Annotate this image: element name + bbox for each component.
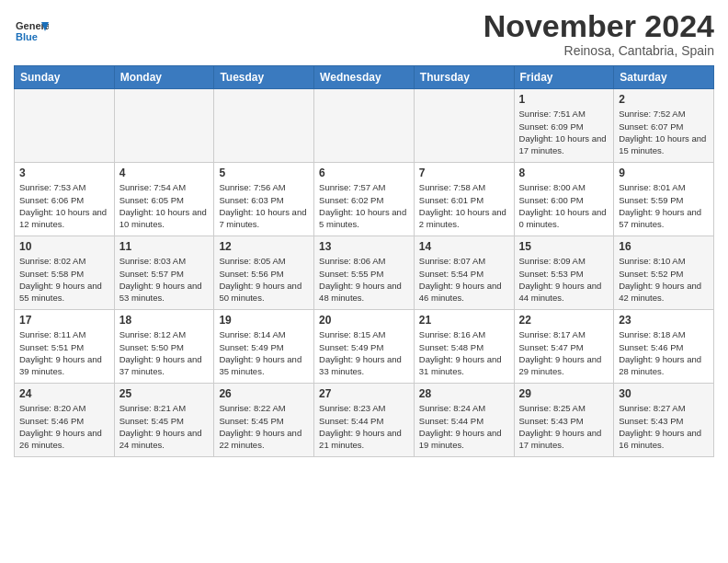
day-cell-20: 20Sunrise: 8:15 AMSunset: 5:49 PMDayligh… — [314, 310, 415, 384]
day-number: 27 — [319, 387, 409, 400]
day-number: 12 — [219, 240, 309, 253]
empty-cell — [414, 89, 514, 163]
day-info: Sunrise: 8:11 AMSunset: 5:51 PMDaylight:… — [19, 328, 109, 377]
day-cell-18: 18Sunrise: 8:12 AMSunset: 5:50 PMDayligh… — [114, 310, 214, 384]
day-number: 18 — [119, 314, 210, 327]
week-row-3: 10Sunrise: 8:02 AMSunset: 5:58 PMDayligh… — [15, 236, 714, 310]
day-info: Sunrise: 7:56 AMSunset: 6:03 PMDaylight:… — [219, 181, 309, 230]
day-number: 26 — [219, 387, 309, 400]
day-cell-1: 1Sunrise: 7:51 AMSunset: 6:09 PMDaylight… — [514, 89, 614, 163]
weekday-header-thursday: Thursday — [414, 66, 514, 89]
day-info: Sunrise: 8:21 AMSunset: 5:45 PMDaylight:… — [119, 402, 210, 451]
day-info: Sunrise: 8:15 AMSunset: 5:49 PMDaylight:… — [319, 328, 409, 377]
day-info: Sunrise: 7:51 AMSunset: 6:09 PMDaylight:… — [519, 108, 609, 156]
day-info: Sunrise: 8:10 AMSunset: 5:52 PMDaylight:… — [619, 255, 709, 304]
day-info: Sunrise: 8:05 AMSunset: 5:56 PMDaylight:… — [219, 255, 309, 304]
day-cell-27: 27Sunrise: 8:23 AMSunset: 5:44 PMDayligh… — [314, 384, 415, 457]
day-cell-30: 30Sunrise: 8:27 AMSunset: 5:43 PMDayligh… — [614, 384, 714, 457]
day-info: Sunrise: 7:58 AMSunset: 6:01 PMDaylight:… — [419, 181, 509, 230]
day-number: 25 — [119, 387, 210, 400]
day-info: Sunrise: 8:14 AMSunset: 5:49 PMDaylight:… — [219, 328, 309, 377]
day-info: Sunrise: 8:27 AMSunset: 5:43 PMDaylight:… — [619, 402, 709, 451]
day-cell-4: 4Sunrise: 7:54 AMSunset: 6:05 PMDaylight… — [114, 163, 214, 236]
svg-text:Blue: Blue — [16, 31, 38, 42]
empty-cell — [15, 89, 115, 163]
day-info: Sunrise: 8:03 AMSunset: 5:57 PMDaylight:… — [119, 255, 210, 304]
day-cell-28: 28Sunrise: 8:24 AMSunset: 5:44 PMDayligh… — [414, 384, 514, 457]
day-info: Sunrise: 7:57 AMSunset: 6:02 PMDaylight:… — [319, 181, 409, 230]
day-info: Sunrise: 8:23 AMSunset: 5:44 PMDaylight:… — [319, 402, 409, 451]
day-cell-24: 24Sunrise: 8:20 AMSunset: 5:46 PMDayligh… — [15, 384, 115, 457]
title-block: November 2024 Reinosa, Cantabria, Spain — [483, 9, 714, 58]
day-number: 7 — [419, 167, 509, 179]
day-cell-29: 29Sunrise: 8:25 AMSunset: 5:43 PMDayligh… — [514, 384, 614, 457]
day-info: Sunrise: 8:12 AMSunset: 5:50 PMDaylight:… — [119, 328, 210, 377]
day-number: 2 — [619, 93, 709, 106]
header: General Blue November 2024 Reinosa, Cant… — [14, 9, 714, 58]
calendar-table: SundayMondayTuesdayWednesdayThursdayFrid… — [14, 65, 714, 457]
weekday-header-friday: Friday — [514, 66, 614, 89]
day-info: Sunrise: 8:25 AMSunset: 5:43 PMDaylight:… — [519, 402, 609, 451]
weekday-header-row: SundayMondayTuesdayWednesdayThursdayFrid… — [15, 66, 714, 89]
day-cell-12: 12Sunrise: 8:05 AMSunset: 5:56 PMDayligh… — [214, 236, 314, 310]
empty-cell — [314, 89, 415, 163]
empty-cell — [214, 89, 314, 163]
day-number: 3 — [19, 167, 109, 179]
day-number: 10 — [19, 240, 109, 253]
day-cell-22: 22Sunrise: 8:17 AMSunset: 5:47 PMDayligh… — [514, 310, 614, 384]
week-row-2: 3Sunrise: 7:53 AMSunset: 6:06 PMDaylight… — [15, 163, 714, 236]
week-row-4: 17Sunrise: 8:11 AMSunset: 5:51 PMDayligh… — [15, 310, 714, 384]
day-info: Sunrise: 8:20 AMSunset: 5:46 PMDaylight:… — [19, 402, 109, 451]
day-info: Sunrise: 7:53 AMSunset: 6:06 PMDaylight:… — [19, 181, 109, 230]
day-cell-6: 6Sunrise: 7:57 AMSunset: 6:02 PMDaylight… — [314, 163, 415, 236]
day-number: 8 — [519, 167, 609, 179]
day-cell-25: 25Sunrise: 8:21 AMSunset: 5:45 PMDayligh… — [114, 384, 214, 457]
day-cell-2: 2Sunrise: 7:52 AMSunset: 6:07 PMDaylight… — [614, 89, 714, 163]
day-number: 28 — [419, 387, 509, 400]
day-number: 29 — [519, 387, 609, 400]
day-info: Sunrise: 8:07 AMSunset: 5:54 PMDaylight:… — [419, 255, 509, 304]
day-number: 19 — [219, 314, 309, 327]
week-row-1: 1Sunrise: 7:51 AMSunset: 6:09 PMDaylight… — [15, 89, 714, 163]
day-number: 30 — [619, 387, 709, 400]
day-number: 5 — [219, 167, 309, 179]
weekday-header-monday: Monday — [114, 66, 214, 89]
day-info: Sunrise: 8:02 AMSunset: 5:58 PMDaylight:… — [19, 255, 109, 304]
day-cell-23: 23Sunrise: 8:18 AMSunset: 5:46 PMDayligh… — [614, 310, 714, 384]
day-info: Sunrise: 8:16 AMSunset: 5:48 PMDaylight:… — [419, 328, 509, 377]
day-cell-14: 14Sunrise: 8:07 AMSunset: 5:54 PMDayligh… — [414, 236, 514, 310]
empty-cell — [114, 89, 214, 163]
day-cell-9: 9Sunrise: 8:01 AMSunset: 5:59 PMDaylight… — [614, 163, 714, 236]
day-cell-15: 15Sunrise: 8:09 AMSunset: 5:53 PMDayligh… — [514, 236, 614, 310]
week-row-5: 24Sunrise: 8:20 AMSunset: 5:46 PMDayligh… — [15, 384, 714, 457]
day-cell-13: 13Sunrise: 8:06 AMSunset: 5:55 PMDayligh… — [314, 236, 415, 310]
day-info: Sunrise: 8:24 AMSunset: 5:44 PMDaylight:… — [419, 402, 509, 451]
day-cell-16: 16Sunrise: 8:10 AMSunset: 5:52 PMDayligh… — [614, 236, 714, 310]
day-cell-7: 7Sunrise: 7:58 AMSunset: 6:01 PMDaylight… — [414, 163, 514, 236]
logo: General Blue — [14, 15, 49, 53]
day-number: 22 — [519, 314, 609, 327]
day-info: Sunrise: 8:09 AMSunset: 5:53 PMDaylight:… — [519, 255, 609, 304]
day-number: 4 — [119, 167, 210, 179]
day-info: Sunrise: 8:00 AMSunset: 6:00 PMDaylight:… — [519, 181, 609, 230]
day-cell-10: 10Sunrise: 8:02 AMSunset: 5:58 PMDayligh… — [15, 236, 115, 310]
day-info: Sunrise: 8:06 AMSunset: 5:55 PMDaylight:… — [319, 255, 409, 304]
day-info: Sunrise: 8:22 AMSunset: 5:45 PMDaylight:… — [219, 402, 309, 451]
day-number: 17 — [19, 314, 109, 327]
day-info: Sunrise: 8:18 AMSunset: 5:46 PMDaylight:… — [619, 328, 709, 377]
day-cell-21: 21Sunrise: 8:16 AMSunset: 5:48 PMDayligh… — [414, 310, 514, 384]
day-cell-8: 8Sunrise: 8:00 AMSunset: 6:00 PMDaylight… — [514, 163, 614, 236]
calendar-page: General Blue November 2024 Reinosa, Cant… — [0, 0, 728, 471]
day-number: 21 — [419, 314, 509, 327]
weekday-header-saturday: Saturday — [614, 66, 714, 89]
weekday-header-tuesday: Tuesday — [214, 66, 314, 89]
day-number: 24 — [19, 387, 109, 400]
day-info: Sunrise: 8:01 AMSunset: 5:59 PMDaylight:… — [619, 181, 709, 230]
day-info: Sunrise: 7:54 AMSunset: 6:05 PMDaylight:… — [119, 181, 210, 230]
day-number: 11 — [119, 240, 210, 253]
day-cell-26: 26Sunrise: 8:22 AMSunset: 5:45 PMDayligh… — [214, 384, 314, 457]
month-title: November 2024 — [483, 9, 714, 43]
day-number: 20 — [319, 314, 409, 327]
day-cell-19: 19Sunrise: 8:14 AMSunset: 5:49 PMDayligh… — [214, 310, 314, 384]
day-number: 16 — [619, 240, 709, 253]
